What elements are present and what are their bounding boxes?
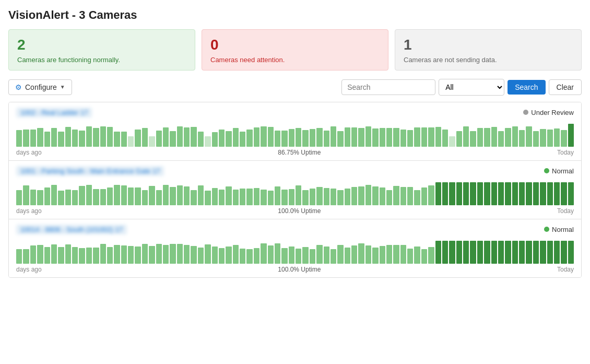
uptime-bar	[233, 190, 239, 205]
uptime-bar	[484, 128, 490, 147]
days-ago-label: days ago	[16, 149, 42, 156]
uptime-bar	[324, 246, 329, 264]
summary-count: 0	[210, 36, 380, 54]
status-badge: Normal	[544, 167, 574, 175]
uptime-bar	[128, 136, 134, 147]
uptime-bar	[226, 186, 231, 205]
uptime-bar	[23, 130, 29, 147]
uptime-bar	[163, 185, 169, 205]
uptime-bar	[310, 249, 315, 264]
summary-desc: Cameras need attention.	[210, 56, 380, 64]
uptime-bar	[554, 182, 560, 205]
uptime-bar	[65, 190, 71, 205]
uptime-bar	[337, 245, 343, 264]
uptime-bar	[351, 127, 357, 147]
uptime-bar	[184, 186, 190, 205]
status-badge: Normal	[544, 226, 574, 233]
uptime-bar	[100, 244, 106, 264]
uptime-bar	[345, 248, 350, 264]
uptime-bar	[428, 247, 434, 264]
filter-select[interactable]: AllNormalUnder ReviewNo Data	[439, 79, 504, 96]
search-button[interactable]: Search	[508, 80, 545, 95]
uptime-bar	[107, 187, 113, 205]
uptime-bar	[289, 189, 294, 205]
uptime-bar	[442, 130, 448, 147]
uptime-bar	[65, 244, 71, 264]
uptime-bar-container	[16, 238, 574, 264]
status-dot	[544, 227, 549, 232]
uptime-bar	[51, 128, 57, 147]
uptime-bar	[212, 246, 218, 264]
uptime-bar	[512, 182, 518, 205]
uptime-bar	[484, 182, 490, 205]
uptime-bar	[449, 182, 455, 205]
uptime-bar	[351, 245, 357, 264]
uptime-bar	[128, 187, 134, 205]
uptime-bar	[65, 127, 71, 147]
uptime-bar	[463, 182, 469, 205]
uptime-bar	[316, 245, 322, 264]
uptime-bar	[477, 241, 483, 264]
uptime-bar	[372, 186, 378, 205]
uptime-bar	[289, 129, 294, 147]
uptime-bar	[23, 249, 29, 264]
uptime-bar	[386, 190, 392, 205]
uptime-bar	[107, 127, 113, 147]
days-ago-label: days ago	[16, 266, 42, 273]
uptime-bar	[261, 126, 266, 147]
uptime-bar	[268, 127, 274, 147]
uptime-percentage: 100.0% Uptime	[278, 266, 321, 273]
uptime-bar	[561, 241, 567, 264]
uptime-bar	[72, 190, 78, 205]
summary-card-normal: 2 Cameras are functioning normally.	[8, 29, 195, 71]
uptime-bar	[44, 132, 50, 147]
uptime-bar	[58, 247, 64, 264]
uptime-bar	[324, 131, 329, 147]
uptime-bar	[142, 244, 148, 264]
clear-button[interactable]: Clear	[549, 79, 582, 95]
uptime-bar	[30, 245, 36, 264]
uptime-bar	[428, 185, 434, 205]
uptime-bar	[177, 126, 183, 147]
uptime-bar	[149, 136, 155, 147]
search-input[interactable]	[341, 79, 435, 95]
uptime-bar	[400, 130, 406, 147]
uptime-bar	[100, 189, 106, 205]
uptime-bar	[156, 244, 162, 264]
uptime-bar	[498, 131, 504, 147]
configure-button[interactable]: ⚙ Configure ▼	[8, 79, 72, 95]
uptime-bar	[289, 246, 294, 264]
uptime-bar	[212, 188, 218, 205]
uptime-bar	[191, 190, 196, 205]
uptime-bar	[240, 132, 245, 147]
uptime-bar	[100, 126, 106, 147]
uptime-bar	[547, 241, 553, 264]
uptime-bar	[331, 249, 336, 264]
uptime-bar	[79, 131, 85, 147]
summary-desc: Cameras are not sending data.	[404, 56, 573, 64]
uptime-bar	[184, 127, 190, 147]
uptime-bar	[400, 187, 406, 205]
uptime-bar-container	[16, 179, 574, 205]
uptime-bar	[51, 185, 57, 205]
uptime-bar	[205, 191, 210, 205]
uptime-bar	[302, 130, 308, 147]
uptime-bar	[470, 182, 476, 205]
uptime-bar	[281, 190, 287, 205]
uptime-bar	[16, 130, 22, 147]
uptime-bar	[128, 246, 134, 264]
uptime-bars	[16, 238, 574, 264]
status-dot	[523, 110, 528, 115]
uptime-footer: days ago 100.0% Uptime Today	[16, 266, 574, 273]
uptime-bar	[477, 128, 483, 147]
summary-count: 1	[404, 36, 573, 54]
camera-row: 1001 - Parking South - Main Entrance Gat…	[9, 161, 581, 219]
uptime-bar	[337, 131, 343, 147]
uptime-bar	[93, 128, 99, 147]
uptime-bar	[219, 130, 225, 147]
summary-desc: Cameras are functioning normally.	[17, 56, 186, 64]
uptime-bar	[156, 190, 162, 205]
uptime-bar	[365, 185, 371, 205]
uptime-bar	[135, 130, 140, 147]
uptime-bar	[526, 241, 532, 264]
